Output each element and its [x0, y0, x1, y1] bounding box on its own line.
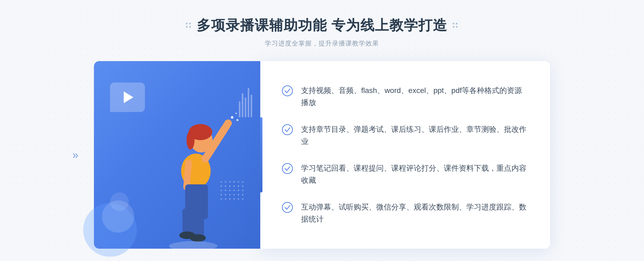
chevron-double-icon: » — [72, 149, 78, 161]
svg-point-15 — [236, 119, 239, 121]
play-bubble — [110, 83, 145, 112]
check-icon-4 — [282, 202, 293, 213]
header-section: 多项录播课辅助功能 专为线上教学打造 学习进度全掌握，提升录播课教学效果 — [186, 16, 458, 48]
feature-item-2: 支持章节目录、弹题考试、课后练习、课后作业、章节测验、批改作业 — [282, 118, 529, 153]
feature-item-4: 互动弹幕、试听购买、微信分享、观看次数限制、学习进度跟踪、数据统计 — [282, 196, 529, 231]
page-wrapper: 多项录播课辅助功能 专为线上教学打造 学习进度全掌握，提升录播课教学效果 — [0, 0, 644, 261]
left-chevron-deco: » — [72, 149, 78, 161]
feature-text-1: 支持视频、音频、flash、word、excel、ppt、pdf等各种格式的资源… — [301, 85, 529, 109]
svg-point-19 — [282, 202, 292, 212]
main-title: 多项录播课辅助功能 专为线上教学打造 — [197, 16, 447, 35]
svg-point-12 — [169, 241, 217, 249]
svg-rect-8 — [193, 208, 204, 238]
svg-rect-9 — [182, 208, 193, 235]
title-row: 多项录播课辅助功能 专为线上教学打造 — [186, 16, 458, 35]
feature-item-1: 支持视频、音频、flash、word、excel、ppt、pdf等各种格式的资源… — [282, 79, 529, 114]
feature-text-4: 互动弹幕、试听购买、微信分享、观看次数限制、学习进度跟踪、数据统计 — [301, 201, 529, 225]
svg-line-6 — [186, 163, 189, 187]
subtitle: 学习进度全掌握，提升录播课教学效果 — [186, 39, 458, 48]
feature-item-3: 学习笔记回看、课程提问、课程评论打分、课件资料下载，重点内容收藏 — [282, 157, 529, 192]
check-icon-3 — [282, 163, 293, 174]
svg-point-11 — [179, 232, 195, 239]
feature-text-3: 学习笔记回看、课程提问、课程评论打分、课件资料下载，重点内容收藏 — [301, 162, 529, 187]
right-panel: 支持视频、音频、flash、word、excel、ppt、pdf等各种格式的资源… — [260, 61, 550, 249]
svg-point-13 — [231, 116, 233, 119]
left-decorator — [186, 23, 191, 28]
svg-point-14 — [235, 113, 237, 114]
check-icon-2 — [282, 124, 293, 135]
check-icon-1 — [282, 85, 293, 96]
play-icon — [124, 91, 133, 103]
svg-point-17 — [282, 125, 292, 135]
feature-text-2: 支持章节目录、弹题考试、课后练习、课后作业、章节测验、批改作业 — [301, 124, 529, 148]
content-area: 支持视频、音频、flash、word、excel、ppt、pdf等各种格式的资源… — [94, 61, 550, 249]
deco-circle-2 — [110, 192, 129, 211]
person-illustration — [149, 93, 243, 249]
svg-point-5 — [224, 120, 232, 127]
right-decorator — [453, 23, 458, 28]
svg-point-3 — [186, 131, 195, 150]
svg-point-16 — [282, 86, 292, 96]
left-panel — [94, 61, 260, 249]
svg-point-18 — [282, 163, 292, 174]
